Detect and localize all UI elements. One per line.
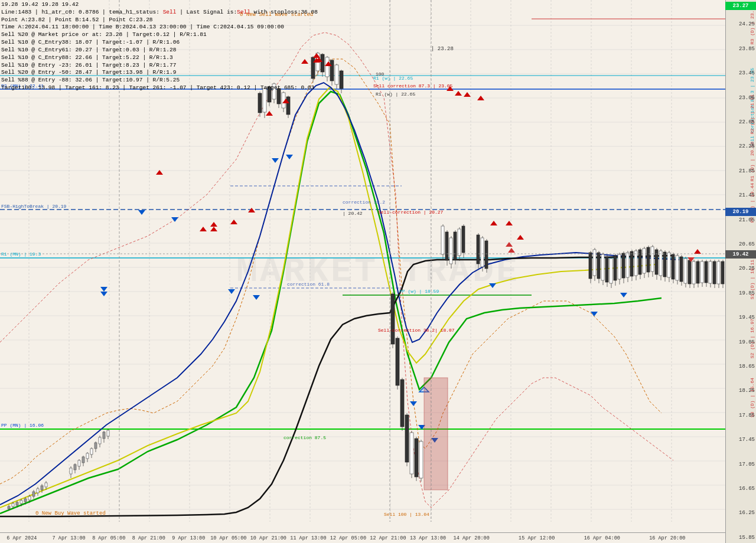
svg-marker-217 xyxy=(266,111,273,116)
svg-rect-114 xyxy=(340,71,343,89)
svg-rect-56 xyxy=(24,499,27,502)
svg-text:PP (MN) | 16.06: PP (MN) | 16.06 xyxy=(1,423,44,428)
svg-marker-223 xyxy=(455,91,462,96)
svg-marker-228 xyxy=(517,235,524,240)
svg-marker-235 xyxy=(171,217,178,222)
svg-rect-66 xyxy=(45,483,47,487)
price-tick-1665: 16.65 xyxy=(739,486,755,492)
svg-text:Sell correction 87.3 | 23.05: Sell correction 87.3 | 23.05 xyxy=(373,83,453,89)
price-current-highlight: 19.42 xyxy=(725,250,756,259)
svg-text:| 23.28: | 23.28 xyxy=(431,46,454,52)
svg-rect-48 xyxy=(8,506,10,509)
svg-rect-136 xyxy=(454,232,457,260)
price-tick-2425: 24.25 xyxy=(739,21,755,27)
svg-text:0 New Buy Wave started: 0 New Buy Wave started xyxy=(35,511,106,516)
svg-rect-128 xyxy=(419,441,423,478)
svg-rect-116 xyxy=(391,294,395,344)
svg-marker-227 xyxy=(506,221,513,225)
price-tick-1745: 17.45 xyxy=(739,437,755,443)
svg-text:correction 61.8: correction 61.8 xyxy=(287,282,330,287)
svg-marker-226 xyxy=(490,221,497,225)
svg-rect-138 xyxy=(458,229,461,256)
svg-rect-108 xyxy=(325,57,329,77)
svg-marker-247 xyxy=(100,292,107,296)
svg-text:correction 38.2: correction 38.2 xyxy=(343,199,385,205)
price-tick-1585: 15.85 xyxy=(739,535,755,541)
date-tick-11: 14 Apr 20:00 xyxy=(454,535,490,541)
date-tick-14: 16 Apr 20:00 xyxy=(649,535,685,541)
svg-rect-170 xyxy=(634,251,637,276)
svg-rect-252 xyxy=(424,378,448,490)
svg-rect-52 xyxy=(16,502,18,505)
chart-svg: 0 New Sell Wave started 0 New Buy Wave s… xyxy=(0,0,725,532)
date-tick-2: 8 Apr 05:00 xyxy=(92,535,125,541)
date-tick-7: 11 Apr 13:00 xyxy=(290,535,326,541)
svg-rect-90 xyxy=(263,89,266,112)
svg-rect-112 xyxy=(335,65,338,84)
svg-rect-212 xyxy=(721,261,724,284)
svg-rect-178 xyxy=(651,247,654,272)
svg-text:Sell-correction 38.2| 18.07: Sell-correction 38.2| 18.07 xyxy=(378,328,455,333)
price-r3d-highlight: 23.27 xyxy=(725,2,756,10)
svg-rect-126 xyxy=(415,439,418,477)
svg-text:FSB-HighToBreak | 20.19: FSB-HighToBreak | 20.19 xyxy=(1,204,67,209)
price-tick-1625: 16.25 xyxy=(739,510,755,516)
svg-rect-156 xyxy=(605,257,608,282)
svg-marker-238 xyxy=(272,158,279,163)
date-tick-12: 15 Apr 12:00 xyxy=(519,535,555,541)
svg-rect-154 xyxy=(601,254,604,280)
svg-rect-200 xyxy=(696,261,699,283)
price-tick-2145: 21.45 xyxy=(739,192,755,198)
svg-rect-176 xyxy=(647,247,650,272)
svg-rect-190 xyxy=(676,256,679,280)
svg-text:Sell-correction | 20.27: Sell-correction | 20.27 xyxy=(378,210,444,215)
svg-rect-100 xyxy=(286,97,290,115)
svg-rect-58 xyxy=(28,496,31,500)
price-tick-1985: 19.85 xyxy=(739,290,755,296)
date-tick-8: 12 Apr 05:00 xyxy=(330,535,366,541)
svg-rect-106 xyxy=(321,54,324,72)
svg-rect-50 xyxy=(12,503,14,506)
date-tick-10: 13 Apr 13:00 xyxy=(410,535,446,541)
svg-marker-245 xyxy=(620,293,627,297)
svg-rect-82 xyxy=(99,437,101,444)
svg-text:100: 100 xyxy=(376,71,384,77)
svg-rect-174 xyxy=(643,248,646,273)
svg-rect-180 xyxy=(655,250,658,274)
svg-rect-198 xyxy=(692,261,695,284)
svg-rect-192 xyxy=(680,257,683,282)
svg-rect-134 xyxy=(449,238,452,264)
svg-text:0 New Sell Wave started: 0 New Sell Wave started xyxy=(240,12,313,18)
svg-rect-160 xyxy=(614,256,617,280)
price-tick-2105: 21.05 xyxy=(739,217,755,223)
price-fsb-highlight: 20.19 xyxy=(725,208,756,216)
svg-rect-132 xyxy=(445,232,448,260)
svg-rect-76 xyxy=(86,453,89,459)
svg-rect-202 xyxy=(700,261,703,283)
svg-marker-240 xyxy=(410,401,417,406)
svg-rect-184 xyxy=(663,252,666,277)
price-tick-2345: 23.45 xyxy=(739,70,755,76)
svg-marker-231 xyxy=(210,227,217,231)
price-tick-1865: 18.65 xyxy=(739,364,755,369)
svg-marker-237 xyxy=(253,295,260,300)
price-tick-2025: 20.25 xyxy=(739,266,755,272)
svg-rect-208 xyxy=(713,261,716,284)
date-tick-9: 12 Apr 21:00 xyxy=(370,535,406,541)
svg-rect-122 xyxy=(405,415,409,462)
svg-marker-234 xyxy=(138,210,145,215)
svg-marker-214 xyxy=(200,227,207,231)
chart-container: MARKET TRADE xyxy=(0,0,756,543)
svg-rect-120 xyxy=(400,380,404,427)
date-tick-1: 7 Apr 13:00 xyxy=(53,535,86,541)
svg-rect-86 xyxy=(107,430,109,436)
svg-rect-124 xyxy=(410,433,413,474)
svg-text:R1 (w) | 22.65: R1 (w) | 22.65 xyxy=(376,91,415,97)
date-tick-0: 6 Apr 2024 xyxy=(6,535,37,541)
svg-rect-96 xyxy=(277,89,281,104)
price-tick-2225: 22.25 xyxy=(739,143,755,149)
svg-marker-216 xyxy=(248,208,255,212)
svg-rect-146 xyxy=(485,241,488,269)
svg-rect-68 xyxy=(70,468,72,474)
price-tick-2065: 20.65 xyxy=(739,241,755,247)
